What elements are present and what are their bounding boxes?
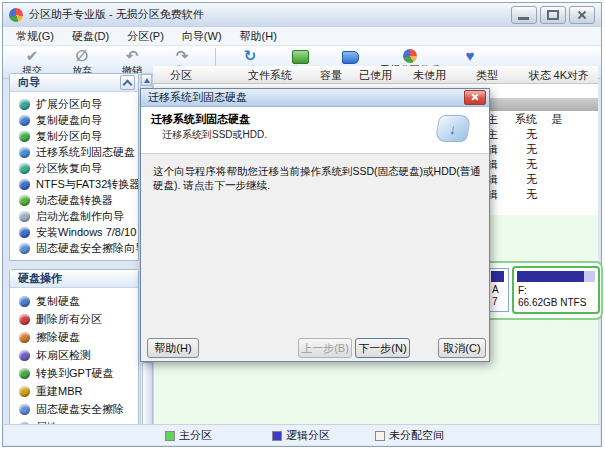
sidebar-item[interactable]: 分区恢复向导 — [10, 160, 138, 176]
item-label: NTFS与FAT32转换器 — [36, 177, 138, 192]
legend-color-swatch — [375, 431, 385, 441]
item-label: 坏扇区检测 — [36, 348, 91, 363]
sidebar-item[interactable]: 动态硬盘转换器 — [10, 192, 138, 208]
menu-item[interactable]: 常规(G) — [7, 27, 63, 46]
used-space-bar — [517, 271, 595, 282]
item-icon — [19, 131, 30, 142]
scrollbar-thumb[interactable] — [142, 362, 153, 426]
maximize-icon — [547, 10, 559, 20]
item-icon — [19, 386, 30, 397]
table-column-header[interactable]: 类型 — [438, 68, 498, 83]
close-button[interactable] — [569, 6, 595, 24]
table-column-header[interactable]: 未使用 — [386, 68, 446, 83]
app-window: 分区助手专业版 - 无损分区免费软件 常规(G)硬盘(D)分区(P)向导(W)帮… — [2, 2, 602, 447]
panel-title: 向导 — [18, 75, 40, 90]
collapse-button[interactable] — [120, 75, 135, 90]
sidebar-item[interactable]: 迁移系统到固态硬盘 — [10, 144, 138, 160]
item-icon — [19, 179, 30, 190]
app: 分区助手专业版 - 无损分区免费软件 常规(G)硬盘(D)分区(P)向导(W)帮… — [0, 0, 605, 449]
back-button[interactable]: 上一步(B) — [298, 338, 352, 358]
sidebar-item[interactable]: 固态硬盘安全擦除向导 — [10, 240, 138, 256]
item-label: 复制硬盘向导 — [36, 113, 102, 128]
toolbar-icon: ♥ — [466, 48, 475, 64]
item-label: 复制硬盘 — [36, 294, 80, 309]
item-icon — [19, 243, 30, 254]
item-icon — [19, 404, 30, 415]
next-button[interactable]: 下一步(N) — [355, 338, 410, 358]
legend-item: 主分区 — [165, 428, 212, 443]
legend-color-swatch — [165, 431, 175, 441]
dialog-header-section: 迁移系统到固态硬盘 迁移系统到SSD或HDD. — [141, 107, 489, 154]
menu-item[interactable]: 帮助(H) — [231, 27, 286, 46]
toolbar-icon — [342, 51, 359, 64]
sidebar-item[interactable]: NTFS与FAT32转换器 — [10, 176, 138, 192]
table-column-header[interactable]: 4K对齐 — [529, 68, 589, 83]
wizard-list: 扩展分区向导 复制硬盘向导 复制分区向导 迁移系统到固态硬盘 — [10, 92, 138, 256]
toolbar-icon: ✔ — [26, 48, 39, 64]
wizard-panel: 向导 扩展分区向导 复制硬盘向导 — [9, 73, 139, 261]
item-icon — [19, 296, 30, 307]
window-titlebar[interactable]: 分区助手专业版 - 无损分区免费软件 — [3, 3, 601, 27]
scroll-up-button[interactable] — [141, 74, 152, 86]
item-icon — [19, 227, 30, 238]
sidebar-item[interactable]: 坏扇区检测 — [10, 346, 138, 364]
sidebar-item[interactable]: 复制硬盘向导 — [10, 112, 138, 128]
sidebar-item[interactable]: 删除所有分区 — [10, 310, 138, 328]
window-title: 分区助手专业版 - 无损分区免费软件 — [29, 7, 508, 22]
legend-color-swatch — [272, 431, 282, 441]
free-space-bar — [584, 271, 595, 282]
item-label: 扩展分区向导 — [36, 97, 102, 112]
menu-item[interactable]: 分区(P) — [118, 27, 173, 46]
sidebar-item[interactable]: 复制分区向导 — [10, 128, 138, 144]
item-label: 固态硬盘安全擦除 — [36, 402, 124, 417]
toolbar-icon: ↶ — [126, 48, 139, 64]
item-label: 复制分区向导 — [36, 129, 102, 144]
sidebar-item[interactable]: 重建MBR — [10, 382, 138, 400]
dialog-heading: 迁移系统到固态硬盘 — [151, 112, 250, 127]
partition-block-f[interactable]: F: 66.62GB NTFS — [512, 266, 600, 314]
item-icon — [19, 147, 30, 158]
help-button[interactable]: 帮助(H) — [147, 338, 199, 358]
disk-operations-list: 复制硬盘 删除所有分区 擦除硬盘 坏扇区检测 — [10, 288, 138, 436]
cell-4k: 是 — [527, 112, 587, 127]
sidebar-item[interactable]: 转换到GPT硬盘 — [10, 364, 138, 382]
dialog-close-button[interactable] — [464, 90, 486, 105]
disk-operations-header[interactable]: 硬盘操作 — [10, 270, 138, 288]
item-label: 转换到GPT硬盘 — [36, 366, 114, 381]
item-label: 启动光盘制作向导 — [36, 209, 124, 224]
item-icon — [19, 163, 30, 174]
legend-label: 主分区 — [179, 428, 212, 443]
sidebar-item[interactable]: 扩展分区向导 — [10, 96, 138, 112]
legend-label: 逻辑分区 — [286, 428, 330, 443]
dialog-subheading: 迁移系统到SSD或HDD. — [162, 128, 267, 142]
chevron-up-icon — [123, 80, 133, 90]
sidebar-item[interactable]: 复制硬盘 — [10, 292, 138, 310]
item-icon — [19, 368, 30, 379]
dialog-titlebar[interactable]: 迁移系统到固态硬盘 — [141, 89, 489, 107]
sidebar-item[interactable]: 擦除硬盘 — [10, 328, 138, 346]
item-label: 动态硬盘转换器 — [36, 193, 113, 208]
maximize-button[interactable] — [540, 6, 566, 24]
toolbar-icon: ↷ — [176, 48, 189, 64]
migrate-os-dialog: 迁移系统到固态硬盘 迁移系统到固态硬盘 迁移系统到SSD或HDD. 这个向导程序… — [140, 88, 490, 362]
cancel-button[interactable]: 取消(C) — [438, 338, 486, 358]
sidebar-item[interactable]: 安装Windows 7/8/10 — [10, 224, 138, 240]
dialog-body-text: 这个向导程序将帮助您迁移当前操作系统到SSD(固态硬盘)或HDD(普通硬盘). … — [153, 164, 483, 192]
table-column-header[interactable]: 分区 — [170, 68, 192, 83]
item-label: 删除所有分区 — [36, 312, 102, 327]
minimize-button[interactable] — [511, 6, 537, 24]
toolbar-icon: ∅ — [76, 48, 89, 64]
minimize-icon — [518, 17, 529, 20]
toolbar-icon: ↻ — [244, 48, 257, 64]
menu-item[interactable]: 向导(W) — [173, 27, 231, 46]
partition-block-small[interactable]: A 7 — [488, 268, 509, 312]
menu-item[interactable]: 硬盘(D) — [63, 27, 118, 46]
table-column-header[interactable]: 已使用 — [332, 68, 392, 83]
sidebar-item[interactable]: 固态硬盘安全擦除 — [10, 400, 138, 418]
item-label: 重建MBR — [36, 384, 82, 399]
sidebar-item[interactable]: 启动光盘制作向导 — [10, 208, 138, 224]
item-icon — [19, 195, 30, 206]
wizard-panel-header[interactable]: 向导 — [10, 74, 138, 92]
arrow-up-icon — [144, 78, 150, 83]
partition-label: F: — [518, 285, 527, 296]
